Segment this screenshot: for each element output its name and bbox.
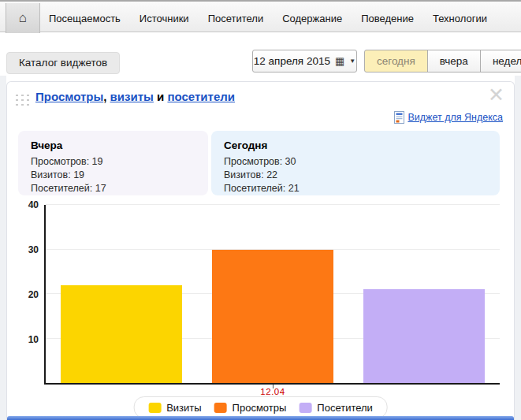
drag-handle-icon[interactable] (14, 93, 32, 106)
legend-item-views[interactable]: Просмотры (214, 402, 287, 414)
y-tick-label: 30 (28, 244, 39, 255)
card-yesterday: Вчера Просмотров: 19 Визитов: 19 Посетит… (18, 131, 208, 195)
yandex-widget-link-row: Виджет для Яндекса (394, 111, 503, 124)
card-yesterday-title: Вчера (31, 139, 195, 151)
next-widget-edge (7, 416, 514, 420)
views-visits-widget: Просмотры, визиты и посетители ✕ Виджет … (6, 81, 515, 420)
yandex-widget-link[interactable]: Виджет для Яндекса (407, 112, 503, 123)
gridline (46, 204, 500, 205)
y-tick-label: 20 (28, 289, 39, 300)
document-icon (394, 111, 404, 124)
nav-item-content[interactable]: Содержание (282, 13, 342, 24)
home-tab[interactable]: ⌂ (6, 3, 40, 33)
legend-label: Посетители (317, 402, 373, 414)
period-selector: сегодня вчера неделя (364, 50, 521, 72)
views-swatch-icon (214, 403, 227, 413)
visitors-swatch-icon (299, 403, 311, 413)
date-picker-button[interactable]: 12 апреля 2015 ▦ ▼ (252, 50, 357, 72)
legend-item-visitors[interactable]: Посетители (299, 402, 373, 414)
top-nav-bar: ⌂ Посещаемость Источники Посетители Соде… (0, 0, 521, 32)
period-yesterday-button[interactable]: вчера (427, 50, 481, 72)
card-today-title: Сегодня (224, 139, 487, 151)
y-tick-label: 10 (28, 334, 39, 345)
y-axis-labels: 10203040 (15, 205, 39, 385)
widget-catalog-button[interactable]: Каталог виджетов (6, 52, 120, 74)
title-conjunction: и (157, 90, 164, 103)
visits-link[interactable]: визиты (110, 90, 154, 103)
card-today-visitors: Посетителей: 21 (224, 182, 487, 195)
nav-item-sources[interactable]: Источники (140, 13, 189, 24)
bar-2[interactable] (363, 289, 485, 383)
visitors-link[interactable]: посетители (167, 90, 235, 103)
legend-item-visits[interactable]: Визиты (148, 402, 201, 414)
close-icon[interactable]: ✕ (488, 85, 504, 105)
metrica-dashboard: ⌂ Посещаемость Источники Посетители Соде… (0, 0, 521, 420)
page-gutter-right (515, 76, 521, 420)
card-yesterday-visits: Визитов: 19 (31, 169, 195, 182)
bar-1[interactable] (212, 250, 333, 384)
x-tick-label: 12.04 (46, 383, 500, 396)
card-yesterday-views: Просмотров: 19 (31, 155, 195, 169)
card-today-views: Просмотров: 30 (224, 155, 487, 169)
period-week-button[interactable]: неделя (480, 50, 521, 72)
card-today: Сегодня Просмотров: 30 Визитов: 22 Посет… (211, 131, 500, 195)
nav-item-attendance[interactable]: Посещаемость (49, 13, 121, 24)
legend-label: Визиты (166, 402, 201, 414)
page-gutter-left (0, 76, 6, 420)
views-link[interactable]: Просмотры (35, 90, 103, 103)
calendar-icon: ▦ (335, 56, 344, 66)
nav-item-technology[interactable]: Технологии (433, 13, 487, 24)
nav-item-behavior[interactable]: Поведение (361, 13, 414, 24)
card-today-visits: Визитов: 22 (224, 169, 487, 182)
nav-item-visitors[interactable]: Посетители (208, 13, 264, 24)
chevron-down-icon: ▼ (349, 58, 355, 65)
home-icon: ⌂ (19, 10, 27, 26)
period-today-button[interactable]: сегодня (364, 50, 428, 72)
date-label: 12 апреля 2015 (254, 55, 330, 67)
y-tick-label: 40 (28, 199, 39, 210)
chart-legend: Визиты Просмотры Посетители (133, 396, 388, 418)
card-yesterday-visitors: Посетителей: 17 (31, 182, 195, 195)
title-separator: , (103, 90, 106, 103)
legend-label: Просмотры (233, 402, 287, 414)
nav-menu: Посещаемость Источники Посетители Содерж… (49, 3, 487, 33)
widget-title: Просмотры, визиты и посетители (35, 90, 235, 103)
bar-plot: 12.04 (44, 205, 500, 385)
visits-swatch-icon (148, 403, 161, 413)
bar-0[interactable] (61, 285, 182, 383)
